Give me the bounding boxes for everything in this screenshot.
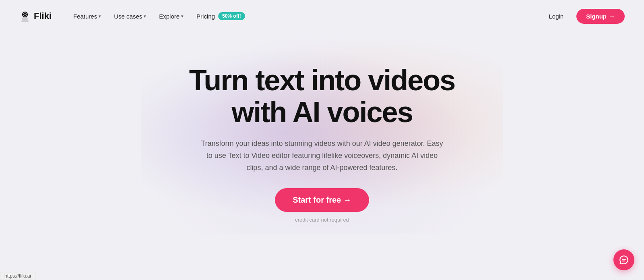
nav-features[interactable]: Features ▾ bbox=[68, 10, 107, 23]
svg-point-1 bbox=[25, 14, 26, 15]
chat-widget-button[interactable] bbox=[613, 249, 634, 270]
nav-right: Login Signup → bbox=[542, 9, 625, 24]
navbar: Fliki Features ▾ Use cases ▾ Explore ▾ P… bbox=[0, 0, 644, 32]
explore-chevron-icon: ▾ bbox=[181, 14, 184, 19]
nav-links: Features ▾ Use cases ▾ Explore ▾ Pricing… bbox=[68, 9, 542, 23]
nav-pricing[interactable]: Pricing 50% off! bbox=[191, 9, 251, 23]
fliki-logo-icon bbox=[19, 10, 31, 22]
hero-subtitle: Transform your ideas into stunning video… bbox=[197, 138, 447, 174]
discount-badge: 50% off! bbox=[218, 12, 245, 20]
signup-arrow-icon: → bbox=[609, 13, 615, 20]
chat-icon bbox=[619, 255, 629, 265]
signup-button[interactable]: Signup → bbox=[576, 9, 625, 24]
logo[interactable]: Fliki bbox=[19, 10, 52, 22]
login-button[interactable]: Login bbox=[542, 10, 570, 23]
features-chevron-icon: ▾ bbox=[99, 14, 101, 19]
logo-text: Fliki bbox=[34, 11, 52, 21]
use-cases-chevron-icon: ▾ bbox=[144, 14, 146, 19]
nav-use-cases[interactable]: Use cases ▾ bbox=[108, 10, 152, 23]
cta-button[interactable]: Start for free → bbox=[275, 188, 369, 212]
hero-section: Turn text into videos with AI voices Tra… bbox=[0, 32, 644, 223]
nav-explore[interactable]: Explore ▾ bbox=[153, 10, 189, 23]
cta-note: credit card not required bbox=[295, 217, 349, 223]
hero-title: Turn text into videos with AI voices bbox=[189, 64, 455, 128]
url-bar: https://fliki.ai bbox=[0, 272, 35, 280]
